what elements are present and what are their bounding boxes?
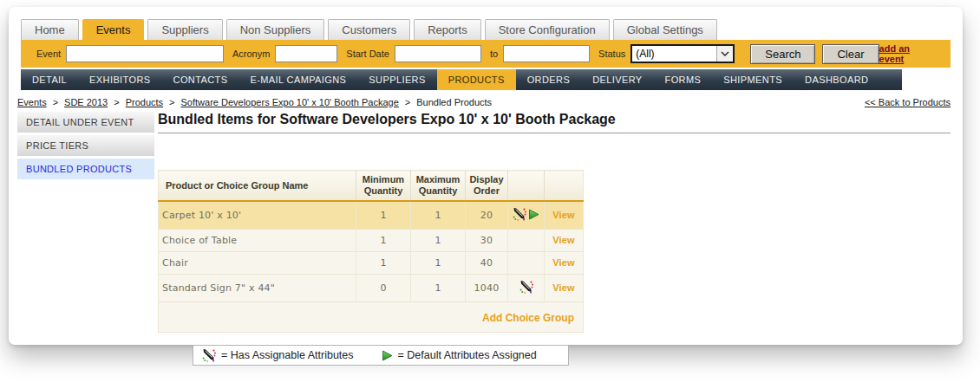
display-order-cell: 40 xyxy=(466,252,508,275)
date-to-label: to xyxy=(490,49,498,59)
tab-home[interactable]: Home xyxy=(21,19,79,40)
sidebar-item-detail-under-event[interactable]: DETAIL UNDER EVENT xyxy=(17,112,154,133)
table-row: Carpet 10' x 10'1120View xyxy=(159,201,584,230)
nav-item-delivery[interactable]: DELIVERY xyxy=(581,69,653,90)
sidebar: DETAIL UNDER EVENTPRICE TIERSBUNDLED PRO… xyxy=(17,112,154,366)
tab-suppliers[interactable]: Suppliers xyxy=(147,19,222,40)
attribute-icons-cell xyxy=(508,275,545,302)
view-link[interactable]: View xyxy=(552,210,575,220)
primary-tabs: HomeEventsSuppliersNon SuppliersCustomer… xyxy=(21,19,951,40)
nav-item-detail[interactable]: DETAIL xyxy=(21,69,78,90)
back-to-products-link[interactable]: << Back to Products xyxy=(865,97,951,107)
pen-with-dots-icon xyxy=(202,348,216,362)
col-actions xyxy=(545,171,584,202)
tab-reports[interactable]: Reports xyxy=(414,19,481,40)
start-date-input[interactable] xyxy=(395,45,481,62)
table-row: Standard Sign 7" x 44"011040View xyxy=(159,275,584,302)
legend: = Has Assignable Attributes = Default At… xyxy=(193,345,569,366)
view-cell: View xyxy=(545,230,584,252)
nav-item-products[interactable]: PRODUCTS xyxy=(437,69,516,90)
search-button[interactable]: Search xyxy=(750,44,815,64)
display-order-cell: 20 xyxy=(466,201,508,230)
breadcrumb-row: Events>SDE 2013>Products>Software Develo… xyxy=(17,97,951,107)
display-order-cell: 30 xyxy=(466,230,508,252)
legend-assignable-text: = Has Assignable Attributes xyxy=(221,349,354,361)
clear-button[interactable]: Clear xyxy=(822,44,879,64)
col-icons xyxy=(508,171,545,202)
breadcrumb: Events>SDE 2013>Products>Software Develo… xyxy=(17,97,492,107)
breadcrumb-separator: > xyxy=(405,97,410,107)
pen-with-dots-icon xyxy=(513,207,526,224)
breadcrumb-software-developers-expo-10-x-10-booth-package[interactable]: Software Developers Expo 10' x 10' Booth… xyxy=(181,97,399,107)
breadcrumb-sde-2013[interactable]: SDE 2013 xyxy=(64,97,108,107)
add-choice-group-link[interactable]: Add Choice Group xyxy=(482,312,574,324)
view-cell: View xyxy=(545,201,584,230)
nav-item-shipments[interactable]: SHIPMENTS xyxy=(712,69,794,90)
nav-item-dashboard[interactable]: DASHBOARD xyxy=(794,69,879,90)
sidebar-item-bundled-products[interactable]: BUNDLED PRODUCTS xyxy=(17,159,154,179)
breadcrumb-products[interactable]: Products xyxy=(126,97,163,107)
min-quantity-cell: 1 xyxy=(356,252,411,275)
display-order-cell: 1040 xyxy=(466,275,508,302)
tab-global-settings[interactable]: Global Settings xyxy=(613,19,717,40)
acronym-input[interactable] xyxy=(275,45,337,62)
min-quantity-cell: 0 xyxy=(356,275,411,302)
tab-customers[interactable]: Customers xyxy=(328,19,410,40)
title-divider xyxy=(158,133,951,133)
add-event-link[interactable]: add an event xyxy=(879,43,930,64)
view-link[interactable]: View xyxy=(552,257,575,268)
nav-item-exhibitors[interactable]: EXHIBITORS xyxy=(78,69,161,90)
max-quantity-cell: 1 xyxy=(411,230,466,252)
start-date-label: Start Date xyxy=(346,49,389,59)
end-date-input[interactable] xyxy=(503,45,590,62)
tab-non-suppliers[interactable]: Non Suppliers xyxy=(226,19,325,40)
breadcrumb-bundled-products: Bundled Products xyxy=(416,97,492,107)
green-arrow-icon xyxy=(528,209,539,223)
main-panel: Bundled Items for Software Developers Ex… xyxy=(158,112,951,366)
product-name-cell: Standard Sign 7" x 44" xyxy=(159,275,356,302)
secondary-nav: DETAILEXHIBITORSCONTACTSE-MAIL CAMPAIGNS… xyxy=(21,69,902,90)
nav-item-forms[interactable]: FORMS xyxy=(654,69,713,90)
product-name-cell: Carpet 10' x 10' xyxy=(159,201,356,230)
table-row: Chair1140View xyxy=(159,252,584,275)
tab-store-configuration[interactable]: Store Configuration xyxy=(485,19,610,40)
breadcrumb-separator: > xyxy=(114,97,119,107)
table-footer-row: Add Choice Group xyxy=(159,302,584,333)
col-max-quantity: Maximum Quantity xyxy=(411,171,466,202)
col-min-quantity: Minimum Quantity xyxy=(356,171,411,202)
content-area: DETAIL UNDER EVENTPRICE TIERSBUNDLED PRO… xyxy=(9,112,963,366)
legend-default-text: = Default Attributes Assigned xyxy=(398,349,537,361)
view-link[interactable]: View xyxy=(552,282,575,293)
sidebar-item-price-tiers[interactable]: PRICE TIERS xyxy=(17,135,154,156)
event-search-bar: Event Acronym Start Date to Status (All)… xyxy=(21,40,951,68)
event-input[interactable] xyxy=(66,45,224,62)
table-header-row: Product or Choice Group Name Minimum Qua… xyxy=(159,171,584,202)
col-display-order: Display Order xyxy=(466,171,508,202)
nav-item-e-mail-campaigns[interactable]: E-MAIL CAMPAIGNS xyxy=(238,69,357,90)
breadcrumb-events[interactable]: Events xyxy=(17,97,47,107)
max-quantity-cell: 1 xyxy=(411,252,466,275)
view-cell: View xyxy=(545,252,584,275)
nav-item-orders[interactable]: ORDERS xyxy=(516,69,581,90)
app-window: HomeEventsSuppliersNon SuppliersCustomer… xyxy=(9,7,963,345)
max-quantity-cell: 1 xyxy=(411,275,466,302)
acronym-label: Acronym xyxy=(232,49,270,59)
green-arrow-icon xyxy=(382,350,393,361)
status-label: Status xyxy=(598,49,625,59)
max-quantity-cell: 1 xyxy=(411,201,466,230)
nav-item-contacts[interactable]: CONTACTS xyxy=(162,69,239,90)
view-link[interactable]: View xyxy=(552,235,575,245)
nav-item-suppliers[interactable]: SUPPLIERS xyxy=(357,69,436,90)
pen-with-dots-icon xyxy=(519,280,533,296)
event-label: Event xyxy=(36,49,61,59)
breadcrumb-separator: > xyxy=(169,97,174,107)
breadcrumb-separator: > xyxy=(53,97,58,107)
min-quantity-cell: 1 xyxy=(356,230,411,252)
attribute-icons-cell xyxy=(508,252,545,275)
page-title: Bundled Items for Software Developers Ex… xyxy=(158,112,951,127)
view-cell: View xyxy=(545,275,584,302)
col-product-name: Product or Choice Group Name xyxy=(159,171,356,202)
attribute-icons-cell xyxy=(508,201,545,230)
status-select[interactable]: (All) xyxy=(630,44,735,63)
tab-events[interactable]: Events xyxy=(82,19,145,40)
